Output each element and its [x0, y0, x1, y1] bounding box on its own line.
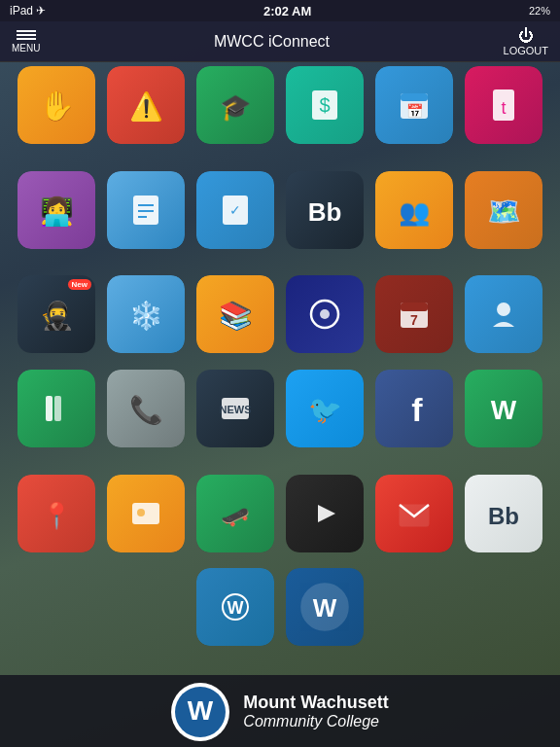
icon-facebook: f [375, 370, 453, 447]
icon-gmail [375, 475, 453, 552]
app-icon-bb2[interactable]: Bb [461, 475, 546, 565]
status-time: 2:02 AM [263, 4, 311, 18]
svg-text:NEWS: NEWS [220, 404, 252, 415]
icon-add-drop: ✓ [196, 171, 274, 249]
svg-point-24 [320, 309, 330, 319]
svg-rect-30 [54, 396, 61, 421]
svg-text:f: f [411, 391, 423, 427]
app-icon-it-help-ninja[interactable]: 🥷NewIT Help Ninja [14, 275, 99, 366]
hamburger-icon [17, 38, 36, 40]
icon-maps-icon: 🗺️ [465, 171, 542, 249]
app-icon-maps[interactable]: 📍Maps [14, 475, 99, 565]
icon-events: 7 [375, 275, 453, 353]
icon-news: NEWS [196, 370, 274, 447]
status-left: iPad ✈ [10, 4, 46, 18]
icon-account-summary: $ [286, 66, 364, 144]
svg-marker-41 [318, 505, 335, 522]
hamburger-icon [17, 30, 36, 32]
app-icon-videos[interactable]: Videos [282, 475, 368, 565]
svg-text:👥: 👥 [399, 196, 431, 228]
app-icon-fitness-center[interactable]: 🛹Fitness Center [192, 475, 278, 565]
college-sub: Community College [243, 713, 388, 730]
icon-it-help-ninja: 🥷New [18, 275, 95, 353]
svg-text:✋: ✋ [39, 89, 76, 124]
svg-text:W: W [491, 395, 517, 425]
icon-resources [286, 275, 364, 353]
icon-mwcc-w: W [286, 568, 364, 646]
svg-text:📞: 📞 [129, 394, 163, 426]
svg-text:W: W [228, 598, 244, 618]
app-icon-courses[interactable]: 📚Courses [192, 275, 278, 366]
icon-academic-warnings: ⚠️ [107, 66, 185, 144]
app-title: MWCC iConnect [214, 33, 330, 51]
college-logo: W [171, 683, 229, 741]
svg-text:📚: 📚 [219, 300, 253, 332]
svg-point-39 [137, 509, 145, 516]
app-icon-directory[interactable]: Directory [461, 275, 546, 366]
app-icon-gmail[interactable] [371, 475, 457, 565]
menu-button[interactable]: MENU [12, 30, 40, 53]
icon-fitness-center: 🛹 [196, 475, 274, 552]
icon-videos [286, 475, 364, 552]
icon-academic-transcript: t [465, 66, 542, 144]
icon-blackboard: Bb [286, 171, 364, 249]
ipad-label: iPad ✈ [10, 4, 46, 18]
new-badge: New [68, 279, 91, 290]
svg-text:⚠️: ⚠️ [129, 90, 163, 123]
hamburger-icon [17, 34, 36, 36]
college-name-block: Mount Wachusett Community College [243, 693, 388, 730]
icon-student-schedule: 📅 [375, 66, 453, 144]
svg-text:✓: ✓ [229, 202, 241, 218]
icon-emergency-numbers: 📞 [107, 370, 185, 447]
svg-text:📍: 📍 [41, 500, 73, 531]
icon-final-grades: 🎓 [196, 66, 274, 144]
svg-point-28 [497, 302, 510, 316]
app-icon-events[interactable]: 7Events [371, 275, 457, 366]
icon-mwcc-alert: ❄️ [107, 275, 185, 353]
svg-text:W: W [313, 593, 337, 622]
icon-webconnect: W [196, 568, 274, 646]
svg-rect-26 [401, 302, 428, 311]
logout-icon: ⏻ [518, 27, 534, 45]
svg-text:Bb: Bb [488, 503, 519, 529]
icon-twitter: 🐦 [286, 370, 364, 447]
svg-text:t: t [501, 98, 506, 118]
icon-lookup-classes: 👩‍💻 [18, 171, 95, 249]
icon-maps: 📍 [18, 475, 95, 552]
app-icon-photos[interactable]: Photos [103, 475, 189, 565]
icon-bb2: Bb [465, 475, 542, 552]
status-bar: iPad ✈ 2:02 AM 22% [0, 0, 560, 21]
icon-library [18, 370, 95, 447]
svg-text:🎓: 🎓 [220, 91, 252, 123]
logout-button[interactable]: ⏻ LOGOUT [504, 27, 548, 56]
svg-text:🛹: 🛹 [221, 502, 250, 530]
svg-text:🥷: 🥷 [40, 300, 74, 332]
svg-text:W: W [188, 695, 214, 726]
college-name: Mount Wachusett [243, 693, 388, 713]
footer: W Mount Wachusett Community College [0, 675, 560, 747]
icon-mark-attendance [107, 171, 185, 249]
menu-label: MENU [12, 43, 40, 53]
status-right: 22% [529, 5, 550, 17]
header: MENU MWCC iConnect ⏻ LOGOUT [0, 21, 560, 62]
svg-text:Bb: Bb [308, 197, 342, 227]
svg-text:🐦: 🐦 [308, 394, 342, 426]
svg-text:❄️: ❄️ [129, 300, 163, 332]
svg-rect-29 [46, 396, 52, 421]
app-icon-resources[interactable]: Resources [282, 275, 368, 366]
icon-blackbelthelp: 👥 [375, 171, 453, 249]
battery-label: 22% [529, 5, 550, 17]
svg-text:🗺️: 🗺️ [487, 196, 521, 228]
svg-rect-6 [401, 93, 428, 101]
svg-rect-38 [132, 503, 159, 524]
svg-text:7: 7 [410, 312, 418, 328]
icon-academic-advising: W [465, 370, 542, 447]
icon-courses: 📚 [196, 275, 274, 353]
app-icon-mwcc-alert[interactable]: ❄️MWCC Alert [103, 275, 189, 366]
svg-text:👩‍💻: 👩‍💻 [40, 196, 74, 228]
logout-label: LOGOUT [504, 45, 548, 56]
icon-directory [465, 275, 542, 353]
icon-photos [107, 475, 185, 552]
svg-text:$: $ [319, 94, 330, 116]
icon-holds: ✋ [18, 66, 95, 144]
